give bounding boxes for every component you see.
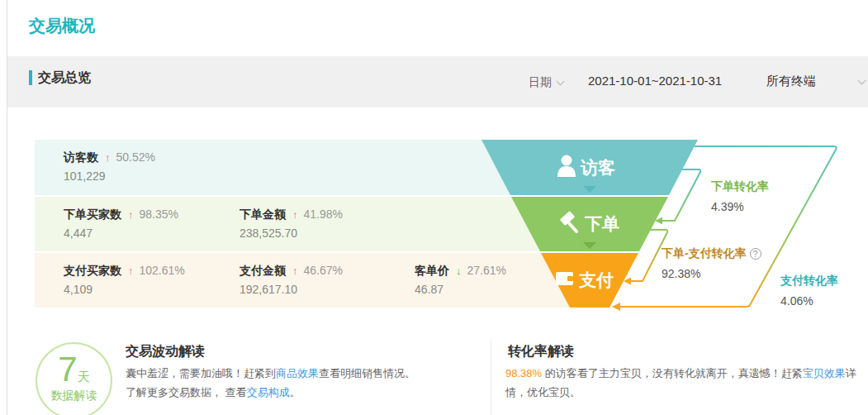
insight-text-segment: 囊中羞涩，需要加油哦！赶紧到 (126, 367, 276, 379)
date-type-label: 日期 (529, 75, 552, 88)
metric-label: 支付买家数 (64, 264, 121, 277)
insight-text-segment: 查看明细销售情况。 (319, 367, 415, 379)
insight-text-segment: 的访客看了主力宝贝，没有转化就离开，真遗憾！赶紧 (542, 367, 803, 379)
chevron-down-icon (858, 77, 866, 85)
metric-pay-buyers: 支付买家数↑102.61% 4,109 (64, 263, 185, 296)
funnel-stage-label: 下单 (584, 214, 619, 233)
conversion-label: 支付转化率 (780, 274, 838, 289)
metric-label: 访客数 (64, 150, 98, 164)
metric-pay-amount: 支付金额↑46.67% 192,617.10 (240, 263, 343, 296)
metric-value: 4,447 (64, 227, 178, 240)
metric-value: 4,109 (64, 283, 185, 296)
section-title: 交易总览 (38, 69, 91, 87)
badge-caption: 数据解读 (37, 389, 111, 403)
arrow-up-icon: ↑ (105, 151, 111, 164)
seven-day-badge: 7天 数据解读 (36, 342, 112, 415)
insight-text-segment: 了解更多交易数据， 查看 (126, 386, 247, 398)
arrow-left-icon (612, 303, 620, 311)
funnel-stage-label: 支付 (578, 270, 614, 289)
insights-divider (491, 341, 491, 415)
product-effect-link[interactable]: 商品效果 (276, 367, 319, 379)
metric-label: 客单价 (415, 264, 449, 277)
conversion-label: 下单转化率 (711, 179, 769, 194)
conversion-label: 下单-支付转化率? (662, 246, 761, 261)
trade-fluctuation-text: 囊中羞涩，需要加油哦！赶紧到商品效果查看明细销售情况。 了解更多交易数据， 查看… (126, 364, 481, 402)
date-type-dropdown[interactable]: 日期 (529, 75, 563, 90)
metric-value: 238,525.70 (240, 227, 343, 240)
metric-label: 下单金额 (240, 208, 286, 221)
date-range-picker[interactable]: 2021-10-01~2021-10-31 (588, 74, 722, 88)
metric-change: 102.61% (140, 264, 185, 277)
conversion-value: 4.39% (711, 200, 769, 213)
conversion-pay: 支付转化率 4.06% (780, 274, 838, 308)
chevron-down-icon (557, 78, 565, 86)
item-effect-link[interactable]: 宝贝效果 (803, 367, 846, 379)
metric-value: 192,617.10 (240, 283, 343, 296)
question-mark-icon[interactable]: ? (750, 248, 761, 260)
section-marker (29, 70, 32, 85)
arrow-up-icon: ↑ (128, 265, 134, 277)
conversion-text: 98.38% 的访客看了主力宝贝，没有转化就离开，真遗憾！赶紧宝贝效果详情，优化… (505, 364, 862, 402)
metric-label: 下单买家数 (64, 208, 121, 221)
arrow-up-icon: ↑ (292, 208, 298, 221)
funnel-stage-label: 访客 (580, 158, 615, 177)
conversion-heading: 转化率解读 (508, 343, 574, 360)
badge-unit: 天 (78, 370, 90, 384)
metric-label: 支付金额 (240, 264, 286, 277)
conversion-order: 下单转化率 4.39% (711, 179, 769, 213)
metric-change: 41.98% (304, 208, 343, 221)
insight-line: 了解更多交易数据， 查看交易构成。 (126, 383, 481, 402)
metric-change: 46.67% (304, 264, 343, 277)
metric-visitor-count: 访客数↑50.52% 101,229 (64, 150, 155, 183)
metric-value: 101,229 (64, 169, 155, 183)
metric-change: 50.52% (116, 150, 155, 164)
conversion-highlight-pct: 98.38% (505, 367, 542, 379)
conversion-value: 92.38% (662, 267, 761, 280)
insight-text-segment: 。 (290, 386, 301, 398)
metric-order-amount: 下单金额↑41.98% 238,525.70 (240, 207, 343, 240)
conversion-label-text: 下单-支付转化率 (662, 246, 747, 260)
arrow-up-icon: ↑ (292, 265, 298, 277)
conversion-value: 4.06% (780, 294, 838, 308)
conversion-order-pay: 下单-支付转化率? 92.38% (662, 246, 761, 280)
terminal-label: 所有终端 (766, 74, 816, 88)
arrow-up-icon: ↑ (128, 208, 134, 221)
metric-change: 98.35% (140, 208, 178, 221)
wallet-icon (556, 272, 573, 285)
toolbar: 交易总览 日期 2021-10-01~2021-10-31 所有终端 (7, 56, 868, 107)
metric-order-buyers: 下单买家数↑98.35% 4,447 (64, 207, 178, 240)
trade-composition-link[interactable]: 交易构成 (247, 386, 290, 398)
trade-fluctuation-heading: 交易波动解读 (126, 343, 205, 360)
terminal-dropdown[interactable]: 所有终端 (766, 74, 865, 89)
badge-number: 7 (58, 351, 77, 388)
transaction-overview-page: 交易概况 交易总览 日期 2021-10-01~2021-10-31 所有终端 … (0, 0, 868, 415)
insight-line: 囊中羞涩，需要加油哦！赶紧到商品效果查看明细销售情况。 (126, 364, 481, 383)
page-title: 交易概况 (29, 15, 95, 37)
